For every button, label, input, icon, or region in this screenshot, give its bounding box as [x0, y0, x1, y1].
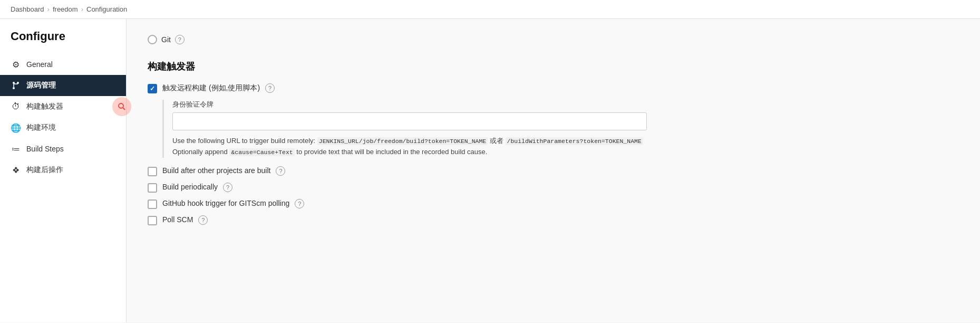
section-title: 构建触发器 — [148, 60, 959, 73]
poll-scm-help-icon[interactable]: ? — [198, 215, 208, 225]
sidebar-item-build-triggers[interactable]: ⏱ 构建触发器 — [0, 96, 126, 117]
svg-point-5 — [119, 103, 123, 108]
url-line2-suffix: to provide text that will be included in… — [295, 148, 488, 156]
clock-icon: ⏱ — [11, 101, 21, 112]
sidebar-item-general-label: General — [26, 60, 53, 69]
poll-scm-label: Poll SCM — [162, 215, 193, 224]
remote-trigger-row: 触发远程构建 (例如,使用脚本) ? — [148, 83, 959, 93]
sidebar-item-steps-label: Build Steps — [26, 145, 64, 153]
remote-trigger-help-icon[interactable]: ? — [265, 83, 275, 93]
url-line1-middle: 或者 — [488, 137, 505, 145]
remote-trigger-expanded: 身份验证令牌 Use the following URL to trigger … — [162, 100, 959, 158]
build-periodically-help-icon[interactable]: ? — [223, 183, 232, 192]
breadcrumb-sep-1: › — [47, 5, 50, 13]
auth-token-input[interactable] — [172, 112, 647, 130]
build-after-row: Build after other projects are built ? — [148, 166, 959, 176]
url-description: Use the following URL to trigger build r… — [172, 136, 673, 158]
poll-scm-checkbox[interactable] — [148, 216, 157, 225]
sidebar-item-source-management[interactable]: 源码管理 — [0, 75, 126, 96]
git-radio[interactable] — [148, 35, 157, 44]
url-code-2: /buildWithParameters?token=TOKEN_NAME — [506, 137, 643, 145]
steps-icon: ≔ — [11, 144, 21, 154]
url-code-1: JENKINS_URL/job/freedom/build?token=TOKE… — [317, 137, 488, 145]
url-line1-prefix: Use the following URL to trigger build r… — [172, 137, 317, 145]
main-content: Git ? 构建触发器 触发远程构建 (例如,使用脚本) ? 身份验证令牌 Us… — [127, 19, 980, 322]
build-after-label: Build after other projects are built — [162, 166, 270, 175]
gear-icon: ⚙ — [11, 59, 21, 70]
github-hook-help-icon[interactable]: ? — [295, 199, 304, 208]
auth-token-label: 身份验证令牌 — [172, 100, 959, 109]
svg-point-2 — [13, 87, 15, 89]
breadcrumb-current: Configuration — [86, 5, 127, 13]
build-after-checkbox[interactable] — [148, 167, 157, 176]
github-hook-label: GitHub hook trigger for GITScm polling — [162, 199, 289, 207]
globe-icon: 🌐 — [11, 122, 21, 133]
remote-trigger-checkbox[interactable] — [148, 84, 157, 93]
git-help-icon[interactable]: ? — [175, 35, 185, 44]
sidebar-item-general[interactable]: ⚙ General — [0, 54, 126, 75]
build-triggers-section: 构建触发器 触发远程构建 (例如,使用脚本) ? 身份验证令牌 Use the … — [148, 60, 959, 225]
sidebar-item-source-label: 源码管理 — [26, 81, 56, 90]
url-code-3: &cause=Cause+Text — [229, 148, 294, 156]
github-hook-row: GitHub hook trigger for GITScm polling ? — [148, 199, 959, 209]
remote-trigger-label: 触发远程构建 (例如,使用脚本) — [162, 83, 260, 93]
github-hook-checkbox[interactable] — [148, 200, 157, 209]
breadcrumb-dashboard[interactable]: Dashboard — [11, 5, 44, 13]
git-row: Git ? — [148, 35, 959, 44]
sidebar-item-env-label: 构建环境 — [26, 123, 56, 132]
sidebar-title: Configure — [0, 30, 126, 54]
svg-line-6 — [123, 108, 125, 110]
build-periodically-label: Build periodically — [162, 183, 218, 191]
build-after-help-icon[interactable]: ? — [276, 166, 285, 176]
git-label: Git — [161, 35, 171, 44]
breadcrumb-freedom[interactable]: freedom — [53, 5, 78, 13]
search-icon[interactable] — [112, 97, 131, 116]
sidebar-item-post-build[interactable]: ❖ 构建后操作 — [0, 159, 126, 180]
fork-icon — [11, 80, 21, 91]
sidebar-item-build-steps[interactable]: ≔ Build Steps — [0, 138, 126, 159]
poll-scm-row: Poll SCM ? — [148, 215, 959, 225]
sidebar-item-triggers-label: 构建触发器 — [26, 102, 63, 111]
breadcrumb-sep-2: › — [81, 5, 83, 13]
diamond-icon: ❖ — [11, 165, 21, 175]
build-periodically-checkbox[interactable] — [148, 183, 157, 193]
breadcrumb: Dashboard › freedom › Configuration — [0, 0, 980, 19]
url-line2-prefix: Optionally append — [172, 148, 229, 156]
sidebar-item-post-label: 构建后操作 — [26, 165, 63, 175]
build-periodically-row: Build periodically ? — [148, 183, 959, 193]
sidebar-item-build-env[interactable]: 🌐 构建环境 — [0, 117, 126, 138]
sidebar: Configure ⚙ General 源码管理 ⏱ 构建触发器 — [0, 19, 127, 322]
